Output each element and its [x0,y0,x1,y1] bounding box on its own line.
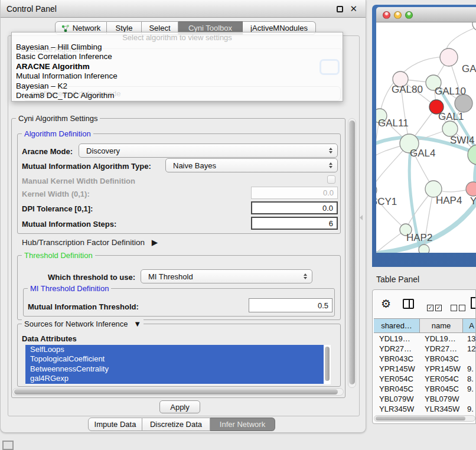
mi-type-combo[interactable]: Naive Bayes [165,158,338,172]
mi-steps-field[interactable]: 6 [251,217,338,230]
sources-toggle[interactable]: Sources for Network Inference ▼ [22,319,144,328]
column-header-a[interactable]: A [463,318,476,333]
mi-type-value: Naive Bayes [173,161,216,170]
column-header-shared[interactable]: shared… [374,318,420,333]
list-scrollbar-thumb[interactable] [325,347,330,381]
dropdown-item[interactable]: Basic Correlation Inference [12,52,343,61]
node-label: GAL10 [435,86,466,97]
dropdown-item[interactable]: Bayesian – Hill Climbing [12,43,343,52]
checkbox-unchecked-icon[interactable] [451,305,457,311]
table-cell: YPR145W [379,364,420,374]
node-salmon[interactable] [466,182,476,196]
dropdown-item-selected[interactable]: ARACNE Algorithm [12,62,343,71]
dpi-tolerance-field[interactable]: 0.0 [251,201,338,214]
node-swi4[interactable] [468,145,476,165]
hub-definition-toggle[interactable]: Hub/Transcription Factor Definition ▶ [22,237,158,247]
table-cell: YLR345W [379,404,420,414]
close-icon[interactable]: ✕ [350,4,357,14]
stepper-arrows-icon [304,273,307,279]
minimize-traffic-light-icon[interactable] [394,11,402,19]
tab-label: Impute Data [94,420,136,429]
kernel-width-field[interactable]: 0.0 [251,187,338,199]
mi-steps-label: Mutual Information Steps: [22,220,116,229]
dropdown-item[interactable]: Dream8 DC_TDC Algorithm [12,91,343,100]
tab-label: Select [149,24,170,32]
table-row[interactable]: YPR145WYPR145W9. [374,364,476,374]
window-grip[interactable] [2,441,14,450]
node-gray[interactable] [455,94,472,112]
document-icon[interactable] [471,297,476,309]
list-item[interactable]: gal4RGexp [25,374,324,383]
list-item[interactable]: BetweennessCentrality [25,364,324,374]
tab-discretize-data[interactable]: Discretize Data [142,418,210,431]
horizontal-scrollbar-thumb[interactable] [14,389,338,394]
network-canvas[interactable]: GAL GAL80 GAL10 GAL1 GAL11 GAL4 SWI4 GCY… [376,22,476,253]
table-scrollbar-thumb[interactable] [376,416,465,420]
tab-infer-network[interactable]: Infer Network [210,418,275,431]
stepper-arrows-icon [329,148,332,154]
table-row[interactable]: YDL19…YDL19…13 [374,334,476,344]
table-panel: ⚙ ✓ ✓ shared… name A YDL19…YDL19…13 YDR2… [372,289,476,424]
node-unlabeled-bottom[interactable] [419,244,429,253]
columns-icon[interactable] [403,299,414,309]
checkbox-checked-icon[interactable]: ✓ [435,305,442,311]
node-label: SWI4 [450,135,475,146]
table-row[interactable]: YBR043CYBR043C [374,354,476,364]
table-cell: YBL079W [425,394,465,404]
column-header-name[interactable]: name [420,318,463,333]
network-view-window: GAL GAL80 GAL10 GAL1 GAL11 GAL4 SWI4 GCY… [372,5,476,267]
float-window-icon[interactable] [337,6,343,12]
zoom-traffic-light-icon[interactable] [405,11,413,19]
node-label: GAL4 [410,148,435,159]
mi-threshold-label: Mutual Information Threshold: [28,302,139,311]
which-threshold-combo[interactable]: MI Threshold [141,269,312,283]
list-item[interactable]: TopologicalCoefficient [25,354,324,364]
settings-horizontal-scrollbar [12,388,344,396]
table-cell: YBR045C [379,384,420,394]
node-labels: GAL GAL80 GAL10 GAL1 GAL11 GAL4 SWI4 GCY… [376,63,476,243]
list-item[interactable]: SelfLoops [25,345,324,354]
settings-vertical-scrollbar [348,118,356,388]
node-label: GCY1 [376,196,397,207]
algorithm-dropdown-prompt: Select algorithm to view settings [12,32,343,43]
vertical-scrollbar-thumb[interactable] [349,120,355,384]
algorithm-dropdown-list: Select algorithm to view settings Bayesi… [11,32,343,102]
apply-button[interactable]: Apply [159,400,200,413]
table-cell: YBL079W [379,394,420,404]
mi-type-label: Mutual Information Algorithm Type: [22,162,151,171]
table-row[interactable]: YDR27…YDR27…12 [374,344,476,354]
aracne-mode-combo[interactable]: Discovery [79,144,338,158]
threshold-definition-title: Threshold Definition [22,251,95,260]
gear-icon[interactable]: ⚙ [381,297,391,311]
table-cell: YLR345W [425,404,465,414]
tab-impute-data[interactable]: Impute Data [88,418,142,431]
table-cell: 9. [467,364,476,374]
checkbox-unchecked-icon[interactable] [459,305,465,311]
node-label: GAL80 [392,84,423,95]
node-label: GAL [462,63,476,74]
table-cell: 9. [467,384,476,394]
table-cell: YBR043C [379,354,420,364]
cyni-algorithm-settings-title: Cyni Algorithm Settings [16,114,100,123]
checkbox-checked-icon[interactable]: ✓ [427,305,433,311]
dropdown-item[interactable]: Bayesian – K2 [12,81,343,91]
kernel-width-label: Kernel Width (0,1): [22,190,90,198]
network-graph: GAL GAL80 GAL10 GAL1 GAL11 GAL4 SWI4 GCY… [376,22,476,253]
node-unlabeled-top[interactable] [472,22,476,31]
table-row[interactable]: YLR345WYLR345W9. [374,404,476,414]
algorithm-definition-title: Algorithm Definition [22,129,93,138]
table-row[interactable]: YBR045CYBR045C9. [374,384,476,394]
control-panel-window: Control Panel ✕ Network Style Select Cyn… [0,0,366,433]
table-row[interactable]: YER054CYER054C8. [374,374,476,384]
close-traffic-light-icon[interactable] [383,11,390,19]
data-attributes-label: Data Attributes [22,334,77,343]
table-row[interactable]: YBL079WYBL079W [374,394,476,404]
manual-kernel-checkbox[interactable] [327,175,335,184]
node-gcy1[interactable] [376,184,377,197]
table-cell: YDL19… [379,334,420,344]
table-cell: YDR27… [425,344,465,354]
mi-threshold-field[interactable]: 0.5 [249,298,332,312]
dropdown-item[interactable]: Mutual Information Inference [12,71,343,81]
node-gal7[interactable] [440,48,458,66]
table-horizontal-scrollbar [374,415,475,422]
